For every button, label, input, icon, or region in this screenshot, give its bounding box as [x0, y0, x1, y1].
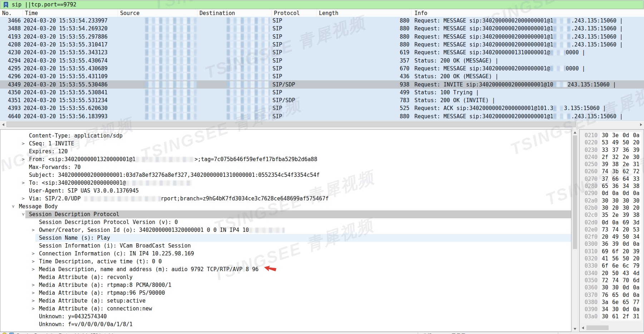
detail-line[interactable]: >Session Description Protocol	[0, 210, 571, 218]
expand-arrow-icon[interactable]: >	[31, 289, 35, 297]
detail-line[interactable]: >Time Description, active time (t): 0 0	[0, 258, 571, 265]
hex-row[interactable]: 031069 6f 20 39	[580, 248, 644, 255]
packet-list-hscrollbar[interactable]	[0, 120, 644, 128]
hex-row[interactable]: 037076 65 0d 0a	[580, 291, 644, 299]
collapse-arrow-icon[interactable]: >	[9, 204, 17, 209]
details-vscrollbar[interactable]	[572, 129, 578, 332]
bookmark-icon[interactable]	[2, 1, 10, 8]
vscrollbar-thumb[interactable]	[573, 135, 577, 249]
expand-arrow-icon[interactable]: >	[21, 155, 25, 163]
detail-line[interactable]: Media Attribute (a): recvonly	[0, 273, 571, 281]
hex-row[interactable]: 02f020 49 50 34	[580, 233, 644, 240]
detail-line[interactable]: >Owner/Creator, Session Id (o): 34020000…	[0, 226, 571, 234]
detail-line[interactable]: >Via: SIP/2.0/UDP rport;branch=z9hG4bK7f…	[0, 195, 571, 203]
hex-row[interactable]: 022053 49 50 20	[580, 139, 644, 146]
detail-line[interactable]: >CSeq: 1 INVITE	[0, 140, 571, 148]
detail-line[interactable]: Content-Type: application/sdp	[0, 132, 571, 140]
hex-row[interactable]: 036030 30 0d 0a	[580, 284, 644, 291]
hex-row[interactable]: 034020 50 43 4d	[580, 270, 644, 277]
detail-line[interactable]: >From: <sip:34020000001320000001@1>;tag=…	[0, 155, 571, 163]
hex-row[interactable]: 026074 3b 62 72	[580, 168, 644, 175]
expand-arrow-icon[interactable]: >	[31, 281, 35, 289]
hex-hscrollbar-thumb[interactable]	[586, 325, 609, 330]
expand-arrow-icon[interactable]: >	[21, 195, 25, 203]
detail-line[interactable]: User-Agent: SIP UAS V3.0.0.1376945	[0, 187, 571, 195]
detail-line[interactable]: Session Information (i): VCam BroadCast …	[0, 242, 571, 250]
hex-row[interactable]: 02b030 20 30 20	[580, 204, 644, 211]
scroll-up-button[interactable]	[572, 130, 578, 135]
detail-line[interactable]: Unknown: f=v/0/0/0/0/0a/1/8/1	[0, 320, 571, 328]
hex-row[interactable]: 02d00d 0a 69 3d	[580, 219, 644, 226]
hex-row[interactable]: 03306f 6e 6c 79	[580, 262, 644, 269]
detail-line[interactable]: Subject: 34020000002000000001:03d7a8ef32…	[0, 171, 571, 179]
hex-row[interactable]: 03803a 6e 65 77	[580, 299, 644, 306]
hex-row[interactable]: 025039 38 2e 31	[580, 161, 644, 168]
hex-row[interactable]: 02402f 32 2e 30	[580, 154, 644, 161]
scroll-down-button[interactable]	[572, 326, 578, 331]
detail-line[interactable]: Expires: 120	[0, 148, 571, 155]
hex-row[interactable]: 02c035 2e 39 38	[580, 211, 644, 219]
collapse-arrow-icon[interactable]: >	[19, 212, 27, 216]
detail-line[interactable]: >To: <sip:34020000002000000001@	[0, 179, 571, 187]
column-header-info[interactable]: Info	[412, 10, 644, 17]
packet-row[interactable]: 41932024-03-20 15:53:55.297886SIP880Requ…	[0, 33, 644, 41]
hex-row[interactable]: 02a030 30 30 30	[580, 197, 644, 204]
expand-arrow-icon[interactable]: >	[31, 305, 35, 313]
detail-line[interactable]: >Media Attribute (a): rtpmap:96 PS/90000	[0, 289, 571, 297]
detail-line[interactable]: >Media Attribute (a): connection:new	[0, 305, 571, 313]
detail-line[interactable]: >Connection Information (c): IN IP4 10.2…	[0, 250, 571, 258]
column-header-destination[interactable]: Destination	[197, 10, 272, 17]
expand-arrow-icon[interactable]: >	[31, 250, 35, 258]
detail-line[interactable]: Unknown: y=0432574340	[0, 313, 571, 320]
hex-hscrollbar[interactable]	[580, 325, 643, 331]
hex-row[interactable]: 02900d 0a 0d 0a	[580, 190, 644, 197]
column-header-protocol[interactable]: Protocol	[272, 10, 317, 17]
expand-arrow-icon[interactable]: >	[31, 226, 35, 234]
packet-row[interactable]: 46402024-03-20 15:53:56.183993SIP880Requ…	[0, 113, 644, 120]
hscrollbar-thumb[interactable]	[6, 121, 576, 127]
scroll-left-button[interactable]	[0, 121, 6, 128]
hex-row[interactable]: 027037 66 64 33	[580, 175, 644, 183]
detail-line[interactable]: >Media Attribute (a): setup:active	[0, 297, 571, 305]
packet-row[interactable]: 43502024-03-20 15:53:55.530841SIP499Stat…	[0, 89, 644, 96]
packet-row[interactable]: 42962024-03-20 15:53:55.431109SIP436Stat…	[0, 73, 644, 80]
detail-line[interactable]: Session Name (s): Play	[0, 234, 571, 242]
hex-row[interactable]: 030036 39 0d 0a	[580, 240, 644, 248]
packet-row[interactable]: 34662024-03-20 15:53:54.233997SIP880Requ…	[0, 17, 644, 25]
hex-row[interactable]: 028065 36 34 38	[580, 183, 644, 190]
scroll-right-button[interactable]	[638, 121, 644, 128]
detail-line[interactable]: Session Description Protocol Version (v)…	[0, 218, 571, 226]
hex-scroll-left-button[interactable]	[580, 325, 586, 331]
expand-arrow-icon[interactable]: >	[21, 179, 25, 187]
display-filter-input[interactable]: sip ||tcp.port==9792	[0, 0, 644, 9]
hex-row[interactable]: 021030 3e 0d 0a	[580, 132, 644, 139]
packet-row[interactable]: 42082024-03-20 15:53:55.310417SIP880Requ…	[0, 41, 644, 49]
packet-row[interactable]: 43512024-03-20 15:53:55.531234SIP/SDP783…	[0, 96, 644, 104]
expand-arrow-icon[interactable]: >	[31, 297, 35, 305]
detail-line[interactable]: >Media Description, name and address (m)…	[0, 265, 571, 273]
packet-row[interactable]: 42942024-03-20 15:53:55.430674SIP357Stat…	[0, 56, 644, 64]
packet-row[interactable]: 34882024-03-20 15:53:54.269320SIP880Requ…	[0, 25, 644, 33]
column-header-time[interactable]: Time	[23, 10, 118, 17]
column-header-no[interactable]: No.	[0, 10, 23, 17]
column-header-source[interactable]: Source	[118, 10, 197, 17]
packet-row[interactable]: 43932024-03-20 15:53:55.620630SIP525Requ…	[0, 104, 644, 112]
hex-row[interactable]: 02e073 74 20 53	[580, 226, 644, 233]
packet-row[interactable]: 42952024-03-20 15:53:55.430689SIP670Requ…	[0, 65, 644, 73]
expand-arrow-icon[interactable]: >	[31, 258, 35, 265]
hex-row[interactable]: 039034 30 0d 0a	[580, 306, 644, 313]
capture-comment-icon[interactable]	[9, 333, 14, 334]
expert-info-icon[interactable]	[2, 333, 7, 334]
hex-row[interactable]: 03a030 61 2f 31	[580, 313, 644, 320]
detail-line[interactable]: Max-Forwards: 70	[0, 163, 571, 171]
hex-row[interactable]: 023033 37 36 39	[580, 146, 644, 154]
detail-line[interactable]: >Media Attribute (a): rtpmap:8 PCMA/8000…	[0, 281, 571, 289]
column-header-length[interactable]: Length	[317, 10, 412, 17]
hex-row[interactable]: 032041 56 50 20	[580, 255, 644, 262]
packet-row[interactable]: 42302024-03-20 15:53:55.343123SIP619Requ…	[0, 49, 644, 56]
expand-arrow-icon[interactable]: >	[31, 265, 35, 273]
detail-line[interactable]: >Message Body	[0, 203, 571, 210]
packet-row[interactable]: 43492024-03-20 15:53:55.530486SIP/SDP938…	[0, 80, 644, 88]
expand-arrow-icon[interactable]: >	[21, 140, 25, 148]
hex-row[interactable]: 035072 74 70 6d	[580, 277, 644, 284]
